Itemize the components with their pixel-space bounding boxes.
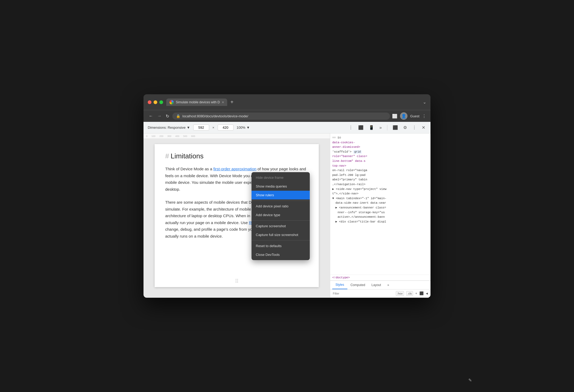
close-devtools-icon[interactable]: ✕ (421, 124, 426, 131)
zoom-value: 100% (237, 126, 245, 130)
dimensions-label-text: Dimensions: Responsive (148, 126, 186, 130)
traffic-lights (148, 100, 163, 104)
dimensions-arrow-icon: ▼ (187, 126, 190, 130)
lock-icon: 🔒 (176, 114, 180, 118)
avatar[interactable]: 👤 (400, 112, 407, 120)
drag-handle-icon[interactable]: ⠿ (235, 278, 239, 284)
device-toolbar-icon1[interactable]: ⬛ (357, 124, 365, 131)
window-menu-icon[interactable]: ⌄ (423, 100, 426, 105)
dom-line: anner-dismissed> (332, 145, 428, 150)
dom-line: t">…</side-nav> (332, 191, 428, 196)
tab-close-icon[interactable]: × (222, 100, 224, 104)
menu-divider-2 (252, 220, 310, 221)
dom-line: …</navigation-rail> (332, 182, 428, 187)
address-bar[interactable]: 🔒 localhost:8080/docs/devtools/device-mo… (172, 113, 390, 120)
devtools-panel: == $0 data-cookies- anner-dismissed> 'sc… (330, 133, 431, 298)
menu-item-show-media-queries[interactable]: Show media queries (252, 182, 310, 191)
toggle-sidebar-icon[interactable]: ⬛ (419, 291, 424, 296)
zoom-selector[interactable]: 100% ▼ (237, 126, 250, 130)
separator (387, 125, 387, 130)
browser-window: Simulate mobile devices with D × + ⌄ ← →… (144, 94, 431, 298)
dom-line: on-rail role="naviga (332, 168, 428, 173)
chrome-favicon-icon (169, 100, 174, 104)
ruler-top: 0 100 200 300 400 500 600 (144, 133, 330, 139)
filter-input[interactable] (333, 292, 394, 295)
filter-bar: :hov .cls + ⬛ ◀ (330, 289, 431, 298)
address-text: localhost:8080/docs/devtools/device-mode… (182, 114, 248, 118)
dollar-sign: == $0 (332, 136, 341, 139)
title-bar: Simulate mobile devices with D × + ⌄ (144, 94, 431, 110)
menu-item-show-rulers[interactable]: Show rulers (252, 191, 310, 199)
nav-right: ⬜ 👤 Guest ⋮ (392, 112, 426, 120)
chrome-menu-icon[interactable]: ⋮ (422, 114, 426, 119)
minimize-button[interactable] (154, 100, 157, 104)
styles-panel: Styles Computed Layout » :hov .cls + ⬛ ◀ (330, 280, 431, 298)
more-options-icon[interactable]: ⋮ (348, 124, 354, 131)
maximize-button[interactable] (159, 100, 163, 104)
menu-divider-3 (252, 240, 310, 240)
dom-line: pad-left-200 lg:pad (332, 173, 428, 178)
device-toolbar-icon2[interactable]: 📱 (368, 124, 375, 131)
width-input[interactable] (193, 124, 209, 131)
dom-line: data-cookies- (332, 140, 428, 145)
dom-area: == $0 data-cookies- anner-dismissed> 'sc… (330, 133, 431, 275)
menu-item-capture-full-size-screenshot[interactable]: Capture full size screenshot (252, 230, 310, 239)
dom-line: == $0 (332, 136, 428, 140)
toggle-devtools-icon[interactable]: ⬜ (392, 114, 397, 119)
active-tab[interactable]: Simulate mobile devices with D × (166, 99, 227, 106)
dom-line: ▶ <div class="title-bar displ (332, 220, 428, 224)
tab-computed[interactable]: Computed (347, 281, 368, 289)
heading-text: Limitations (171, 152, 203, 160)
dom-line: active>…</announcement-bann (332, 215, 428, 220)
menu-item-add-device-pixel-ratio[interactable]: Add device pixel ratio (252, 202, 310, 211)
dom-line: line-bottom" data-s (332, 159, 428, 164)
dom-line: top-nav> (332, 164, 428, 168)
page-heading: # Limitations (165, 152, 308, 160)
first-order-link[interactable]: first-order approximation (213, 167, 257, 171)
menu-item-capture-screenshot[interactable]: Capture screenshot (252, 222, 310, 230)
device-toolbar: Dimensions: Responsive ▼ × 100% ▼ ⋮ ⬛ 📱 … (144, 122, 431, 133)
menu-item-close-devtools[interactable]: Close DevTools (252, 250, 310, 259)
dom-line: ▶ <announcement-banner class= (332, 206, 428, 210)
more-panels-icon[interactable]: » (378, 124, 383, 131)
height-input[interactable] (218, 124, 234, 131)
menu-item-reset-to-defaults[interactable]: Reset to defaults (252, 242, 310, 250)
heading-hash: # (165, 152, 169, 160)
zoom-arrow-icon: ▼ (246, 126, 250, 130)
menu-item-add-device-type[interactable]: Add device type (252, 211, 310, 219)
context-menu: Hide device frame Show media queries Sho… (252, 172, 310, 260)
devtools-more-icon[interactable]: ⋮ (411, 124, 418, 131)
dom-line: nner--info" storage-key="us (332, 210, 428, 215)
grid-badge: grid (353, 150, 362, 154)
tab-more-panels[interactable]: » (384, 281, 392, 289)
tab-title: Simulate mobile devices with D (176, 100, 220, 104)
refresh-button[interactable]: ↻ (165, 113, 170, 120)
tab-styles[interactable]: Styles (332, 281, 347, 289)
menu-divider-1 (252, 201, 310, 201)
dimensions-selector[interactable]: Dimensions: Responsive ▼ (148, 126, 190, 130)
menu-item-hide-device-frame[interactable]: Hide device frame (252, 173, 310, 182)
styles-tabs: Styles Computed Layout » (330, 281, 431, 289)
collapse-icon[interactable]: ◀ (426, 291, 428, 296)
doctype-line: <!doctype> (330, 275, 431, 280)
tab-layout[interactable]: Layout (368, 281, 384, 289)
forward-button[interactable]: → (156, 113, 163, 119)
settings-icon[interactable]: ⚙ (402, 124, 408, 131)
cls-button[interactable]: .cls (406, 291, 413, 296)
dom-line: abel="primary" tabin (332, 177, 428, 182)
new-tab-button[interactable]: + (228, 98, 236, 106)
elements-tab-icon[interactable]: ⬛ (392, 124, 399, 131)
guest-label: Guest (410, 114, 419, 118)
dom-line: role="banner" class= (332, 154, 428, 159)
hov-button[interactable]: :hov (396, 291, 404, 296)
dom-line: data-side-nav-inert data-sear (332, 201, 428, 206)
ruler-marks: 0 100 200 300 400 500 600 (144, 135, 195, 137)
dom-line: ▼ <main tabindex="-1" id="main- (332, 196, 428, 201)
dom-line: ▶ <side-nav type="project" view (332, 187, 428, 192)
add-style-rule-icon[interactable]: + (415, 292, 417, 296)
dom-line: 'scaffold'> grid (332, 150, 428, 154)
close-button[interactable] (148, 100, 151, 104)
dimension-x-separator: × (212, 126, 214, 130)
back-button[interactable]: ← (148, 113, 154, 119)
nav-bar: ← → ↻ 🔒 localhost:8080/docs/devtools/dev… (144, 110, 431, 122)
